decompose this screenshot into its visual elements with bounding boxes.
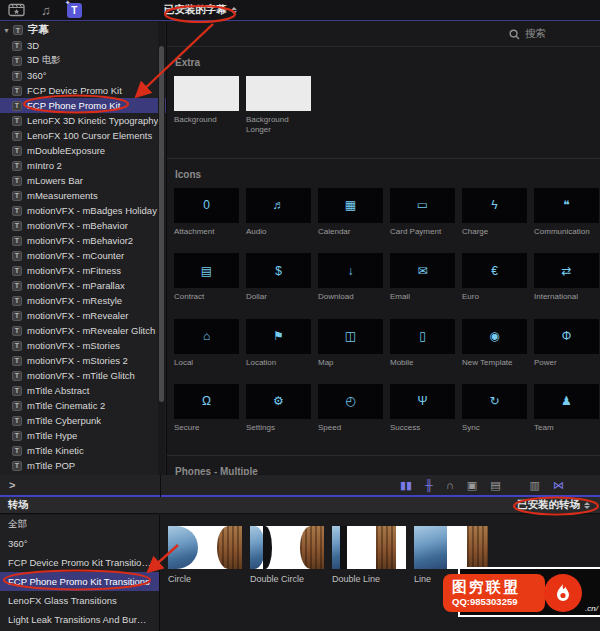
sidebar-item-transition[interactable]: FCP Device Promo Kit Transitio… bbox=[0, 553, 159, 572]
email-icon[interactable]: ✉ bbox=[390, 253, 455, 288]
background-render-icon[interactable]: ▣ bbox=[467, 480, 477, 491]
transition-thumbnail[interactable] bbox=[332, 526, 406, 569]
sync-icon[interactable]: ↻ bbox=[462, 384, 527, 419]
installed-titles-dropdown[interactable]: 已安装的字幕 bbox=[164, 3, 237, 17]
disclosure-triangle-icon[interactable]: ▼ bbox=[3, 27, 10, 34]
mobile-icon[interactable]: ▯ bbox=[390, 319, 455, 354]
sidebar-item-title[interactable]: TFCP Phone Promo Kit bbox=[0, 98, 166, 113]
sidebar-item-label: 3D 电影 bbox=[27, 54, 61, 67]
transition-thumbnail[interactable] bbox=[414, 526, 488, 569]
audio-lanes-icon[interactable]: ╫ bbox=[425, 480, 433, 491]
transition-cell: Double Circle bbox=[250, 526, 324, 631]
title-badge-icon: T bbox=[12, 251, 22, 261]
new-template-icon[interactable]: ◉ bbox=[462, 319, 527, 354]
contract-icon[interactable]: ▤ bbox=[174, 253, 239, 288]
sidebar-item-title[interactable]: TmotionVFX - mRevealer bbox=[0, 308, 166, 323]
effects-clapper-icon[interactable] bbox=[8, 3, 25, 17]
photos-browser-icon[interactable]: ▥ bbox=[530, 480, 540, 491]
sidebar-item-title[interactable]: TmotionVFX - mBadges Holiday bbox=[0, 203, 166, 218]
dollar-icon[interactable]: $ bbox=[246, 253, 311, 288]
transition-thumbnail[interactable] bbox=[168, 526, 242, 569]
sidebar-item-title[interactable]: TmTitle Cinematic 2 bbox=[0, 398, 166, 413]
search-row: 搜索 bbox=[167, 22, 600, 47]
sidebar-item-title[interactable]: TmotionVFX - mBehavior2 bbox=[0, 233, 166, 248]
audio-icon[interactable]: ♬ bbox=[246, 188, 311, 223]
sidebar-item-title[interactable]: TFCP Device Promo Kit bbox=[0, 83, 166, 98]
sidebar-item-label: mIntro 2 bbox=[27, 160, 62, 171]
sidebar-item-title[interactable]: TmMeasurements bbox=[0, 188, 166, 203]
tile-label: Background Longer bbox=[246, 115, 311, 136]
tile-label: Card Payment bbox=[390, 227, 455, 237]
sidebar-item-title[interactable]: TmTitle Hype bbox=[0, 428, 166, 443]
sidebar-item-title[interactable]: TmIntro 2 bbox=[0, 158, 166, 173]
power-icon[interactable]: Φ bbox=[534, 319, 599, 354]
title-badge-icon: T bbox=[12, 461, 22, 471]
sidebar-item-title[interactable]: TmotionVFX - mBehavior bbox=[0, 218, 166, 233]
music-notes-icon[interactable]: ♫ bbox=[41, 4, 51, 17]
titles-browser-panel: ▼ T 字幕 T3DT3D 电影T360°TFCP Device Promo K… bbox=[0, 22, 600, 475]
settings-icon[interactable]: ⚙ bbox=[246, 384, 311, 419]
calendar-icon[interactable]: ▦ bbox=[318, 188, 383, 223]
sidebar-item-title[interactable]: TmotionVFX - mRevealer Glitch bbox=[0, 323, 166, 338]
sidebar-item-title[interactable]: T360° bbox=[0, 68, 166, 83]
transitions-browser-icon[interactable]: ⋈ bbox=[553, 480, 564, 491]
sidebar-item-title[interactable]: TmTitle Cyberpunk bbox=[0, 413, 166, 428]
sidebar-item-title[interactable]: TmTitle Kinetic bbox=[0, 443, 166, 458]
tile-cell: ΦPower bbox=[534, 319, 599, 368]
speed-icon[interactable]: ◴ bbox=[318, 384, 383, 419]
communication-icon[interactable]: ❝ bbox=[534, 188, 599, 223]
sidebar-item-title[interactable]: TmotionVFX - mStories 2 bbox=[0, 353, 166, 368]
media-browser-icon[interactable]: ▤ bbox=[490, 480, 500, 491]
mountain-graphic bbox=[168, 526, 198, 569]
sidebar-item-transition[interactable]: 360° bbox=[0, 534, 159, 553]
transition-thumbnail[interactable] bbox=[250, 526, 324, 569]
sidebar-item-title[interactable]: TLenoFX 3D Kinetic Typography bbox=[0, 113, 166, 128]
section-header: Icons bbox=[175, 169, 600, 180]
search-icon bbox=[509, 29, 520, 40]
sidebar-item-title[interactable]: TmotionVFX - mRestyle bbox=[0, 293, 166, 308]
card-payment-icon: ▭ bbox=[417, 199, 428, 211]
background-thumbnail[interactable] bbox=[246, 76, 311, 111]
connect-clips-icon[interactable]: ▮▮ bbox=[400, 480, 412, 491]
sidebar-item-title[interactable]: TmTitle Abstract bbox=[0, 383, 166, 398]
sidebar-item-transition[interactable]: LenoFX Glass Transitions bbox=[0, 591, 159, 610]
attachment-icon[interactable]: 0 bbox=[174, 188, 239, 223]
gap-graphic bbox=[263, 526, 273, 569]
sidebar-item-title[interactable]: TmTitle POP bbox=[0, 458, 166, 473]
success-icon[interactable]: Ψ bbox=[390, 384, 455, 419]
local-icon[interactable]: ⌂ bbox=[174, 319, 239, 354]
download-icon[interactable]: ↓ bbox=[318, 253, 383, 288]
sidebar-expander-chevron[interactable]: > bbox=[9, 479, 15, 491]
sidebar-item-label: LenoFX 100 Cursor Elements bbox=[27, 130, 152, 141]
card-payment-icon[interactable]: ▭ bbox=[390, 188, 455, 223]
section-divider bbox=[167, 455, 600, 456]
sidebar-item-title[interactable]: TmotionVFX - mFitness bbox=[0, 263, 166, 278]
titles-generators-browser-icon[interactable]: ✦T bbox=[67, 3, 82, 18]
sidebar-item-transition[interactable]: 全部 bbox=[0, 515, 159, 534]
sidebar-item-title[interactable]: TmotionVFX - mParallax bbox=[0, 278, 166, 293]
sidebar-item-transition[interactable]: Light Leak Transitions And Bur… bbox=[0, 610, 159, 629]
background-thumbnail[interactable] bbox=[174, 76, 239, 111]
euro-icon[interactable]: € bbox=[462, 253, 527, 288]
audio-monitor-headphones-icon[interactable]: ∩ bbox=[446, 480, 454, 491]
search-input[interactable]: 搜索 bbox=[525, 27, 546, 41]
location-icon[interactable]: ⚑ bbox=[246, 319, 311, 354]
charge-icon[interactable]: ϟ bbox=[462, 188, 527, 223]
titles-sidebar-header[interactable]: ▼ T 字幕 bbox=[0, 22, 166, 38]
gap-graphic bbox=[340, 526, 347, 569]
sidebar-item-title[interactable]: TmotionVFX - mCounter bbox=[0, 248, 166, 263]
installed-transitions-dropdown[interactable]: 已安装的转场 bbox=[517, 498, 590, 512]
sidebar-item-title[interactable]: TmotionVFX - mStories bbox=[0, 338, 166, 353]
international-icon[interactable]: ⇄ bbox=[534, 253, 599, 288]
sidebar-item-title[interactable]: T3D 电影 bbox=[0, 53, 166, 68]
secure-icon[interactable]: Ω bbox=[174, 384, 239, 419]
sidebar-item-title[interactable]: TmLowers Bar bbox=[0, 173, 166, 188]
sidebar-item-transition[interactable]: FCP Phone Promo Kit Transitions bbox=[0, 572, 159, 591]
sidebar-item-title[interactable]: TLenoFX 100 Cursor Elements bbox=[0, 128, 166, 143]
team-icon[interactable]: ♟ bbox=[534, 384, 599, 419]
sidebar-item-title[interactable]: T3D bbox=[0, 38, 166, 53]
titles-sidebar-scrollbar-thumb[interactable] bbox=[159, 46, 164, 402]
map-icon[interactable]: ◫ bbox=[318, 319, 383, 354]
sidebar-item-title[interactable]: TmotionVFX - mTitle Glitch bbox=[0, 368, 166, 383]
sidebar-item-title[interactable]: TmDoubleExposure bbox=[0, 143, 166, 158]
